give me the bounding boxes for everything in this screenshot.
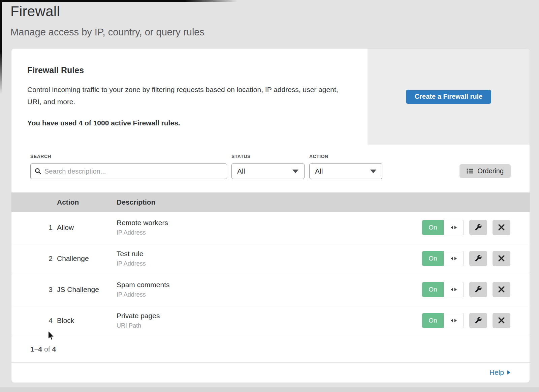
rule-description: Private pages (117, 312, 418, 320)
toggle-arrows-icon (444, 251, 464, 266)
status-select[interactable]: All (231, 163, 305, 179)
rule-description-cell: Spam comments IP Address (117, 281, 418, 298)
wrench-icon (474, 223, 482, 231)
screen-edge-artifact-top (0, 0, 237, 2)
rule-description-cell: Remote workers IP Address (117, 219, 418, 236)
toggle-on-label: On (422, 313, 444, 328)
intro-section: Firewall Rules Control incoming traffic … (11, 49, 530, 145)
x-icon (498, 317, 505, 324)
status-select-value: All (237, 167, 245, 175)
create-rule-panel: Create a Firewall rule (368, 49, 530, 145)
toggle-arrows-icon (444, 220, 464, 235)
rule-controls: On (418, 313, 530, 328)
rule-action: Challenge (57, 254, 117, 263)
rule-action: Allow (57, 223, 117, 232)
rule-priority: 4 (49, 316, 57, 325)
mouse-cursor (47, 330, 55, 340)
rule-description-cell: Private pages URI Path (117, 312, 418, 329)
column-header-action: Action (57, 198, 117, 206)
toggle-on-label: On (422, 251, 444, 266)
rule-description: Remote workers (117, 219, 418, 227)
rule-controls: On (418, 251, 530, 266)
edit-rule-button[interactable] (469, 251, 487, 266)
usage-summary: You have used 4 of 1000 active Firewall … (27, 119, 368, 127)
rule-description-cell: Test rule IP Address (117, 250, 418, 267)
search-input[interactable] (44, 168, 223, 175)
rule-controls: On (418, 220, 530, 235)
x-icon (498, 224, 505, 231)
table-row: 2 Challenge Test rule IP Address On (11, 243, 530, 274)
help-link-label: Help (489, 368, 504, 376)
toggle-on-label: On (422, 220, 444, 235)
rule-field: URI Path (117, 322, 418, 329)
rule-enabled-toggle[interactable]: On (422, 313, 464, 328)
firewall-rules-card: Firewall Rules Control incoming traffic … (11, 48, 530, 383)
rule-controls: On (418, 282, 530, 297)
ordering-list-icon (467, 168, 473, 174)
pagination: 1–4 of 4 (11, 336, 530, 363)
pagination-range: 1–4 (30, 345, 42, 353)
wrench-icon (474, 254, 482, 262)
screen-edge-artifact-left (0, 0, 2, 94)
search-label: SEARCH (30, 154, 227, 159)
column-header-description: Description (117, 198, 418, 206)
toggle-arrows-icon (444, 282, 464, 297)
table-header: Action Description (11, 192, 530, 212)
wrench-icon (474, 285, 482, 293)
section-description: Control incoming traffic to your zone by… (27, 84, 346, 108)
page-header: Firewall Manage access by IP, country, o… (0, 0, 539, 38)
delete-rule-button[interactable] (493, 220, 510, 235)
x-icon (498, 255, 505, 262)
intro-text-panel: Firewall Rules Control incoming traffic … (11, 49, 368, 145)
chevron-down-icon (370, 170, 376, 173)
toggle-arrows-icon (444, 313, 464, 328)
page-title: Firewall (10, 3, 539, 20)
wrench-icon (474, 316, 482, 324)
rule-priority: 2 (49, 254, 57, 263)
action-select[interactable]: All (309, 163, 382, 179)
table-row: 1 Allow Remote workers IP Address On (11, 212, 530, 243)
rule-field: IP Address (117, 229, 418, 236)
search-input-box[interactable] (30, 163, 227, 179)
search-icon (35, 168, 41, 175)
table-row: 3 JS Challenge Spam comments IP Address … (11, 274, 530, 305)
pagination-of: of (44, 345, 50, 353)
help-row: Help (11, 363, 530, 382)
ordering-button[interactable]: Ordering (459, 164, 511, 178)
rule-enabled-toggle[interactable]: On (422, 251, 464, 266)
action-label: ACTION (309, 154, 382, 159)
section-title: Firewall Rules (27, 65, 368, 75)
toggle-on-label: On (422, 282, 444, 297)
status-filter: STATUS All (231, 154, 305, 179)
rule-description: Spam comments (117, 281, 418, 289)
search-filter: SEARCH (30, 154, 227, 179)
delete-rule-button[interactable] (493, 313, 510, 328)
chevron-down-icon (292, 170, 298, 173)
rule-action: Block (57, 316, 117, 325)
delete-rule-button[interactable] (493, 251, 510, 266)
rule-action: JS Challenge (57, 285, 117, 294)
edit-rule-button[interactable] (469, 220, 487, 235)
create-firewall-rule-button[interactable]: Create a Firewall rule (406, 90, 491, 104)
rule-enabled-toggle[interactable]: On (422, 282, 464, 297)
action-select-value: All (315, 167, 323, 175)
rule-description: Test rule (117, 250, 418, 258)
action-filter: ACTION All (309, 154, 382, 179)
screen-edge-artifact-bottom (0, 387, 539, 392)
table-row: 4 Block Private pages URI Path On (11, 305, 530, 336)
filters-bar: SEARCH STATUS All ACTION All (11, 145, 530, 192)
ordering-button-label: Ordering (477, 167, 504, 175)
rule-priority: 3 (49, 285, 57, 294)
x-icon (498, 286, 505, 293)
delete-rule-button[interactable] (493, 282, 510, 297)
chevron-right-icon (507, 370, 510, 374)
help-link[interactable]: Help (489, 368, 510, 376)
edit-rule-button[interactable] (469, 282, 487, 297)
rule-field: IP Address (117, 291, 418, 298)
rule-enabled-toggle[interactable]: On (422, 220, 464, 235)
edit-rule-button[interactable] (469, 313, 487, 328)
rule-field: IP Address (117, 260, 418, 267)
rule-priority: 1 (49, 223, 57, 232)
status-label: STATUS (231, 154, 305, 159)
page-subtitle: Manage access by IP, country, or query r… (10, 27, 539, 38)
